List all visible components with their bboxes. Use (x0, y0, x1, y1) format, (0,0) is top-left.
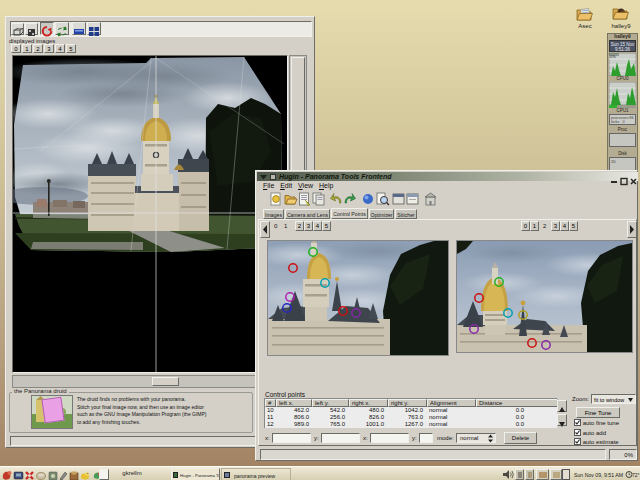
svg-text:0%: 0% (610, 54, 616, 59)
